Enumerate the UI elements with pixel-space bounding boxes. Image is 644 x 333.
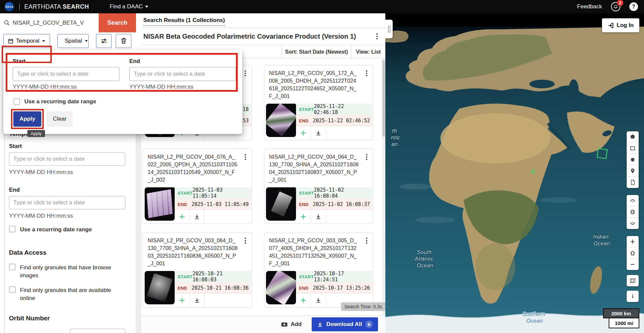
granule-card[interactable]: NISAR_L2_PR_GCOV_004_076_A_022_2005_QPDH… [143, 149, 252, 224]
browse-images-checkbox[interactable] [9, 264, 16, 270]
results-tabs: Search Results (1 Collections) [141, 13, 385, 28]
recurring-date-label: Use a recurring date range [20, 226, 92, 234]
zoom-home-button[interactable] [627, 247, 639, 259]
arctic-projection-icon[interactable] [627, 195, 639, 206]
advanced-filters-button[interactable] [96, 34, 112, 48]
add-granule-button[interactable] [175, 293, 190, 307]
draw-circle-tool[interactable] [627, 154, 639, 165]
panel-collapse-handle[interactable] [385, 20, 393, 38]
tab-search-results[interactable]: Search Results (1 Collections) [143, 17, 225, 26]
download-granule-button[interactable] [190, 293, 205, 307]
plus-icon [179, 297, 185, 304]
find-a-daac-menu[interactable]: Find a DAAC [110, 3, 148, 10]
add-to-project-button[interactable]: Add [281, 321, 302, 328]
download-all-label: Download All [326, 321, 362, 328]
clear-button[interactable]: Clear [47, 111, 73, 127]
granule-title: NISAR_L2_PR_GCOV_003_005_D_077_4005_DHDH… [269, 237, 359, 267]
download-all-button[interactable]: Download All 6 [312, 317, 378, 331]
results-scrollbar-thumb[interactable] [382, 60, 385, 137]
results-scrollbar[interactable] [382, 58, 385, 315]
collection-more-menu[interactable] [374, 32, 380, 40]
dropdown-end-format-hint: YYYY-MM-DD HH:mm:ss [129, 84, 236, 90]
search-time-badge: Search Time: 0.3s [341, 302, 385, 311]
zoom-in-button[interactable] [627, 236, 639, 247]
facet-end-date-input[interactable] [9, 196, 125, 209]
view-button[interactable]: View: List [351, 45, 385, 58]
app-title: EARTHDATA SEARCH [24, 3, 89, 10]
granule-card[interactable]: NISAR_L2_PR_GCOV_004_064_D_130_7700_SHNA… [264, 149, 373, 224]
brand-search: SEARCH [63, 3, 89, 10]
calendar-icon [8, 38, 13, 44]
facet-end-label: End [9, 187, 20, 193]
help-button[interactable]: ? [629, 2, 638, 11]
add-granule-button[interactable] [175, 210, 190, 224]
map-projection-tools [627, 195, 639, 229]
granule-card[interactable]: NISAR_L2_PR_GCOV_003_064_D_130_7700_SHNA… [143, 232, 252, 308]
granule-more-menu[interactable] [364, 237, 370, 245]
granule-more-menu[interactable] [364, 153, 370, 161]
granule-end-row: END2025-10-17 13:25:26 [296, 282, 373, 294]
download-granule-button[interactable] [190, 210, 205, 224]
granule-start-row: START2025-10-17 13:24:51 [296, 271, 373, 282]
granule-thumbnail[interactable] [145, 187, 175, 221]
draw-point-tool[interactable] [627, 165, 639, 177]
orbit-number-input[interactable] [70, 329, 125, 333]
plus-icon [300, 297, 307, 304]
draw-rectangle-tool[interactable] [627, 143, 639, 154]
download-granule-button[interactable] [311, 210, 326, 224]
login-label: Log In [617, 22, 634, 29]
add-box-icon [281, 322, 288, 327]
available-online-checkbox[interactable] [9, 286, 16, 293]
recurring-date-checkbox[interactable] [9, 226, 16, 232]
download-granule-button[interactable] [311, 293, 326, 307]
feedback-link[interactable]: Feedback [577, 3, 602, 10]
granule-thumbnail[interactable] [145, 271, 175, 304]
zoom-out-button[interactable] [627, 259, 639, 270]
add-granule-button[interactable] [296, 293, 311, 307]
facet-start-date-input[interactable] [9, 152, 125, 166]
notifications-button[interactable]: 2 [611, 2, 621, 12]
label-south-atlantic-ocean: South Atlantic Ocean [414, 249, 435, 268]
results-footer: Add Download All 6 [141, 315, 385, 333]
download-icon [194, 297, 200, 303]
antarctic-projection-icon[interactable] [627, 218, 639, 229]
spatial-filter-button[interactable]: Spatial [57, 34, 89, 48]
earthdata-search-app: th ntic an South Atlantic Ocean Indian O… [0, 0, 644, 333]
granule-more-menu[interactable] [242, 237, 248, 245]
dropdown-end-date-input[interactable] [129, 67, 236, 81]
nasa-logo[interactable]: NASA [5, 2, 14, 11]
facet-heading-orbit-number: Orbit Number [9, 315, 50, 322]
clear-filters-button[interactable] [116, 34, 131, 48]
add-granule-button[interactable] [296, 210, 311, 224]
login-button[interactable]: Log In [602, 18, 639, 32]
draw-polygon-tool[interactable] [627, 131, 639, 143]
search-icon [4, 20, 10, 26]
available-online-label: Find only granules that are available on… [20, 286, 120, 302]
search-button[interactable]: Search [99, 13, 136, 32]
granule-more-menu[interactable] [364, 69, 370, 77]
search-input-wrap [0, 13, 99, 32]
add-granule-button[interactable] [296, 126, 311, 140]
granule-thumbnail[interactable] [266, 104, 296, 137]
granule-more-menu[interactable] [242, 153, 248, 161]
temporal-filter-button[interactable]: Temporal [3, 34, 50, 48]
dropdown-recurring-checkbox[interactable] [13, 98, 20, 105]
upload-shapefile-tool[interactable] [627, 177, 639, 188]
granule-thumbnail[interactable] [266, 271, 296, 304]
sort-button[interactable]: Sort: Start Date (Newest) [282, 45, 351, 58]
granule-card[interactable]: NISAR_L2_PR_GCOV_003_005_D_077_4005_DHDH… [264, 232, 373, 308]
search-input[interactable] [13, 20, 96, 26]
download-granule-button[interactable] [311, 126, 326, 140]
dropdown-start-date-input[interactable] [13, 67, 119, 81]
granule-thumbnail[interactable] [266, 187, 296, 221]
highlight-date-range-section: Start YYYY-MM-DD HH:mm:ss End YYYY-MM-DD… [6, 53, 238, 92]
geographic-projection-icon[interactable] [627, 206, 639, 218]
apply-button[interactable]: Apply [13, 111, 41, 127]
map-scale-km: 2000 km [603, 308, 639, 318]
map-layers-button[interactable] [627, 275, 639, 286]
granule-card[interactable]: NISAR_L2_PR_GCOV_005_172_A_008_2005_DHDH… [264, 65, 373, 140]
map-info-button[interactable]: i [627, 291, 639, 302]
granule-more-menu[interactable] [242, 69, 248, 77]
map-area[interactable]: th ntic an South Atlantic Ocean Indian O… [385, 13, 644, 333]
filters-toolbar: Temporal Spatial [0, 32, 141, 50]
